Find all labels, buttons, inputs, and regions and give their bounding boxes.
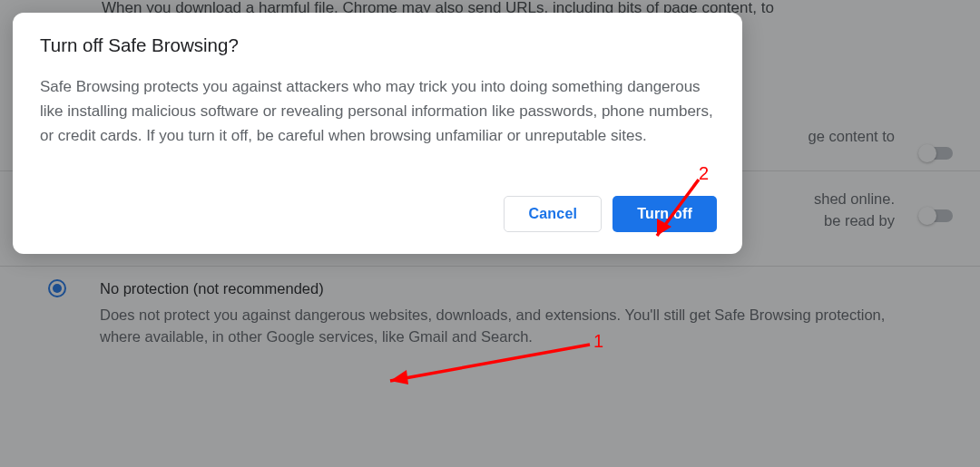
turn-off-button[interactable]: Turn off [612, 196, 717, 232]
dialog-body: Safe Browsing protects you against attac… [40, 74, 717, 149]
dialog-actions: Cancel Turn off [40, 196, 717, 232]
dialog-title: Turn off Safe Browsing? [40, 34, 717, 56]
turn-off-safe-browsing-dialog: Turn off Safe Browsing? Safe Browsing pr… [13, 13, 742, 254]
cancel-button[interactable]: Cancel [504, 196, 602, 232]
